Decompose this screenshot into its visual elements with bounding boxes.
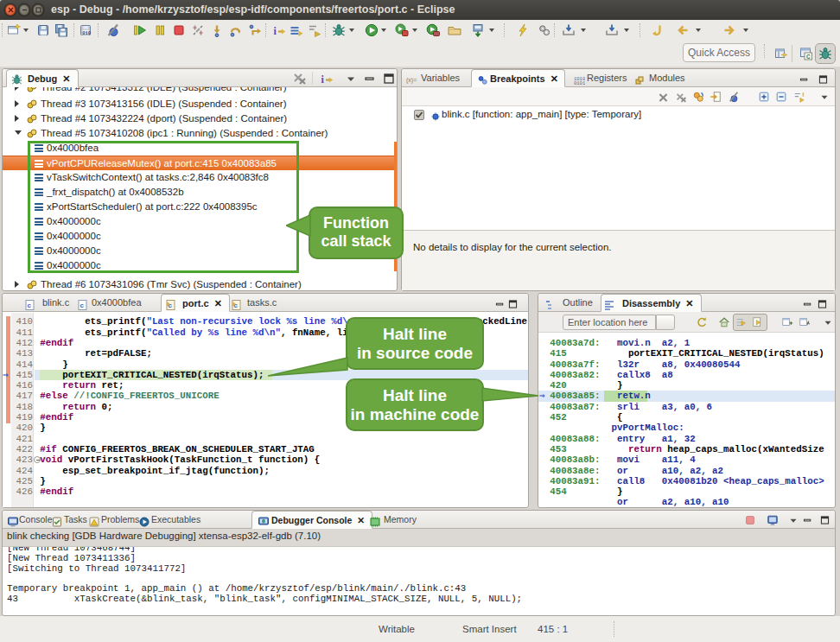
svg-text:C: C (806, 54, 811, 60)
svg-text:c: c (234, 302, 239, 309)
svg-text:0101: 0101 (574, 80, 585, 86)
svg-text:c: c (169, 302, 173, 309)
svg-text:i: i (321, 73, 325, 86)
svg-text:c: c (80, 302, 85, 309)
svg-text:i: i (274, 25, 277, 37)
svg-text:(x)=: (x)= (406, 77, 417, 84)
svg-text:010: 010 (82, 30, 91, 36)
svg-text:c: c (28, 302, 32, 309)
